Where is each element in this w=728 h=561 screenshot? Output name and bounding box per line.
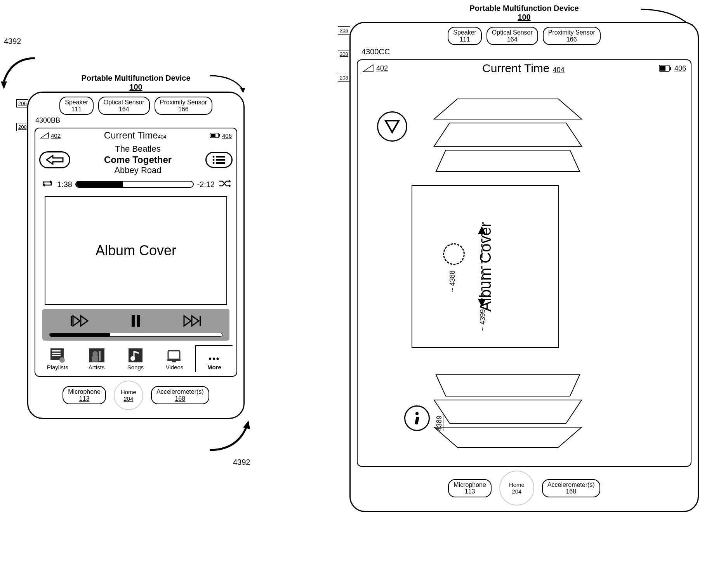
svg-marker-1 [240,88,245,93]
album-cover[interactable]: Album Cover [45,196,227,305]
tab-bar: Playlists Artists Songs Videos ••• More [39,345,233,372]
ellipsis-icon: ••• [208,354,220,364]
previous-button[interactable] [70,314,89,329]
accel-label: Accelerometer(s) [156,388,204,395]
home-button-left[interactable]: Home 204 [114,381,143,410]
list-icon [212,155,226,164]
svg-marker-15 [229,180,231,183]
svg-rect-21 [137,315,140,327]
speaker-pill-right: Speaker 111 [448,27,482,45]
cover-flow[interactable]: Album Cover ~ 4388 [358,76,691,466]
svg-marker-48 [436,375,580,396]
tab-artists[interactable]: Artists [78,345,115,372]
time-elapsed: 1:38 [57,180,72,189]
svg-rect-27 [52,353,61,354]
svg-rect-28 [52,355,61,356]
svg-rect-43 [660,66,665,71]
svg-marker-22 [184,316,191,326]
skip-back-icon [70,314,89,327]
svg-point-29 [59,357,65,363]
svg-marker-16 [229,184,231,187]
track-artist: The Beatles [104,144,172,154]
mic-label: Microphone [68,388,101,395]
album-cover-label: Album Cover [96,242,176,259]
pause-icon [130,314,142,327]
track-album: Abbey Road [104,165,172,175]
play-indicator[interactable] [377,111,407,142]
tab-label: More [207,364,221,371]
tab-songs[interactable]: Songs [117,345,154,372]
speaker-num-r: 111 [460,36,470,43]
tab-more[interactable]: ••• More [195,345,233,372]
side-tab-208a-right: 208 [338,50,350,58]
songs-icon [126,347,145,364]
playback-controls [42,309,229,341]
speaker-label-r: Speaker [453,29,476,36]
svg-marker-19 [81,316,88,326]
svg-rect-24 [200,316,201,326]
home-button-right[interactable]: Home 204 [499,471,534,506]
tab-videos[interactable]: Videos [156,345,193,372]
svg-rect-36 [168,351,180,359]
svg-rect-34 [129,348,142,362]
svg-rect-17 [71,316,72,326]
volume-slider[interactable] [49,333,222,337]
svg-rect-4 [211,134,215,137]
rotate-ref-top: 4392 [4,37,21,46]
home-label-r: Home [509,481,525,488]
time-ref-r: 404 [553,66,565,74]
svg-point-35 [130,356,135,361]
svg-rect-33 [99,351,101,361]
repeat-button[interactable] [41,179,54,190]
tab-label: Videos [166,364,184,371]
svg-point-7 [212,156,214,158]
accelerometer-pill-left: Accelerometer(s) 168 [151,386,209,404]
signal-icon [362,64,374,73]
optical-num: 164 [119,106,129,113]
cover-flow-top-stack [426,96,589,173]
svg-marker-49 [434,400,582,423]
mic-label-r: Microphone [453,481,486,488]
next-button[interactable] [182,314,202,329]
svg-marker-54 [478,299,486,307]
svg-marker-50 [434,427,582,447]
microphone-pill-left: Microphone 113 [63,386,106,404]
cover-flow-bottom-stack [426,373,589,450]
svg-rect-32 [92,356,98,362]
tracklist-button[interactable] [205,152,233,168]
svg-marker-23 [192,316,199,326]
svg-rect-10 [216,159,225,161]
artists-icon [87,347,106,364]
microphone-pill-right: Microphone 113 [448,479,492,497]
svg-marker-41 [363,65,373,72]
scrubber[interactable] [75,181,194,188]
shuffle-button[interactable] [218,179,231,190]
mic-num: 113 [79,395,90,402]
side-tab-208b-right: 208 [338,74,350,82]
signal-icon [40,132,49,139]
speaker-pill-left: Speaker 111 [59,97,94,115]
accel-num: 168 [175,395,185,402]
mic-num-r: 113 [465,488,475,495]
svg-rect-56 [415,417,419,425]
svg-marker-45 [434,99,582,119]
battery-ref: 406 [222,132,232,139]
home-num: 204 [123,395,133,402]
info-button[interactable] [404,405,430,431]
current-time-label-r: Current Time [482,62,549,74]
tab-playlists[interactable]: Playlists [39,345,76,372]
accel-label-r: Accelerometer(s) [547,481,595,488]
status-bar-right: 402 Current Time 404 406 [358,60,691,76]
screen-id-left: 4300BB [28,115,243,125]
lead-arrow-left [206,70,252,93]
side-tab-208-left: 208 [16,123,28,131]
arrow-left-icon [46,155,64,165]
gesture-ref: ~ 4399 [479,309,487,331]
svg-point-11 [212,162,214,164]
back-button[interactable] [39,151,70,168]
optical-sensor-pill-left: Optical Sensor 164 [98,97,150,115]
accelerometer-pill-right: Accelerometer(s) 168 [542,479,600,497]
pause-button[interactable] [130,314,142,329]
svg-marker-53 [478,226,486,234]
battery-ref-r: 406 [674,64,686,73]
